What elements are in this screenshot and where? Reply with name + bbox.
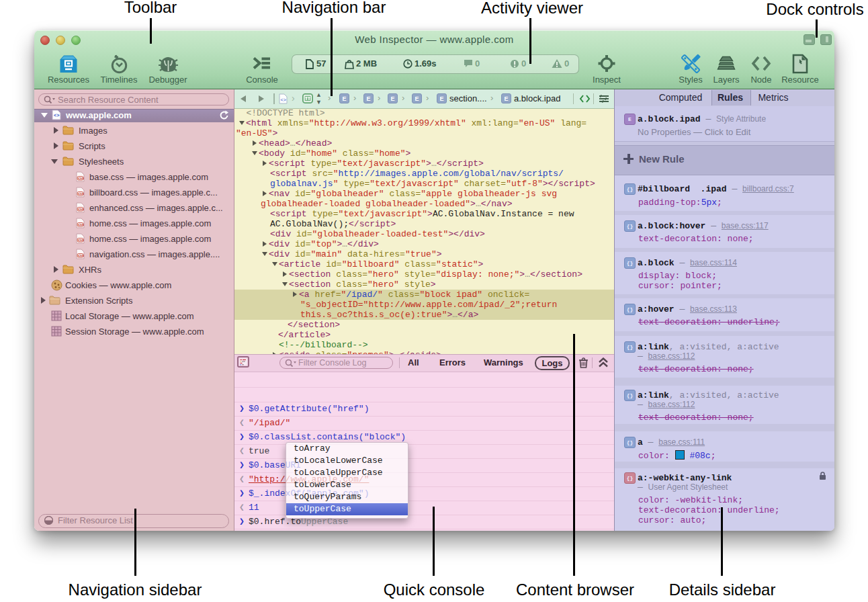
svg-text:css: css bbox=[78, 207, 84, 211]
svg-text:css: css bbox=[78, 238, 84, 242]
svg-text:css: css bbox=[78, 222, 84, 226]
svg-text:css: css bbox=[78, 191, 84, 196]
svg-text:css: css bbox=[78, 253, 84, 257]
svg-text:<>: <> bbox=[54, 113, 59, 118]
svg-text:css: css bbox=[78, 176, 84, 180]
